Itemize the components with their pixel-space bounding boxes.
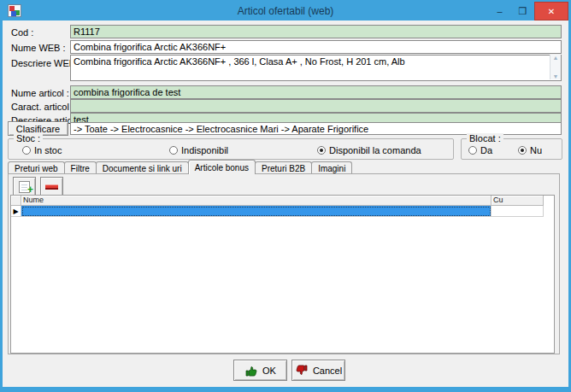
tab-documente-si-link-uri[interactable]: Documente si link uri (96, 161, 189, 174)
app-icon (8, 4, 21, 17)
caract-articol-field[interactable] (70, 99, 562, 113)
ok-label: OK (262, 366, 276, 376)
radio-in-stoc[interactable]: In stoc (22, 145, 62, 155)
cod-label: Cod : (11, 27, 33, 38)
stoc-group-label: Stoc : (14, 133, 43, 143)
radio-disponibil-la-comanda[interactable]: Disponibil la comanda (317, 145, 421, 155)
caract-articol-label: Caract. articol : (11, 102, 74, 112)
tab-articole-bonus[interactable]: Articole bonus (188, 160, 256, 174)
articole-bonus-panel: + Nume Cu ▶ (8, 173, 560, 354)
grid-header-row: Nume Cu (11, 196, 544, 206)
grid-column-nume[interactable]: Nume (21, 196, 492, 206)
radio-circle-icon[interactable] (169, 146, 178, 155)
blocat-group-label: Blocat : (467, 133, 503, 143)
radio-nu[interactable]: Nu (518, 145, 542, 155)
nume-web-field[interactable] (70, 40, 562, 54)
tab-imagini[interactable]: Imagini (311, 161, 352, 174)
window-title: Articol ofertabil (web) (3, 5, 568, 17)
blocat-groupbox: Blocat : Da Nu (461, 138, 562, 160)
grid-column-cu[interactable]: Cu (492, 196, 544, 206)
row-marker-icon: ▶ (11, 206, 21, 217)
radio-circle-icon[interactable] (317, 146, 326, 155)
radio-indisponibil[interactable]: Indisponibil (169, 145, 228, 155)
scroll-up-icon[interactable]: ▲ (553, 55, 559, 61)
add-item-icon: + (19, 181, 30, 193)
bonus-articles-grid[interactable]: Nume Cu ▶ (10, 195, 555, 354)
delete-bonus-article-button[interactable] (40, 177, 63, 196)
grid-cell-cu[interactable] (492, 206, 544, 217)
nume-web-label: Nume WEB : (11, 43, 66, 53)
cancel-button[interactable]: Cancel (291, 360, 345, 381)
grid-cell-nume[interactable] (21, 206, 492, 217)
radio-circle-icon[interactable] (518, 146, 527, 155)
ok-button[interactable]: OK (233, 360, 287, 381)
delete-item-icon (45, 184, 58, 190)
title-bar[interactable]: Articol ofertabil (web) – ❒ ✕ (3, 2, 568, 20)
cancel-label: Cancel (313, 366, 342, 376)
maximize-button[interactable]: ❒ (511, 2, 534, 20)
nume-articol-label: Nume articol : (11, 88, 69, 98)
thumb-down-icon (295, 364, 309, 377)
radio-circle-icon[interactable] (22, 146, 31, 155)
minimize-button[interactable]: – (488, 2, 511, 20)
add-bonus-article-button[interactable]: + (13, 177, 36, 196)
grid-selected-row[interactable]: ▶ (11, 206, 544, 217)
stoc-groupbox: Stoc : In stoc Indisponibil Disponibil l… (8, 138, 454, 160)
thumb-up-icon (244, 364, 258, 377)
radio-circle-icon[interactable] (468, 146, 477, 155)
cod-field[interactable] (70, 25, 562, 38)
tab-bar: Preturi web Filtre Documente si link uri… (8, 160, 351, 174)
descriere-web-field[interactable]: Combina frigorifica Arctic AK366NF+ , 36… (70, 55, 562, 81)
grid-indicator-header (11, 196, 21, 206)
nume-articol-field[interactable] (70, 85, 562, 99)
descriere-web-scrollbar[interactable]: ▲ ▼ (550, 55, 561, 79)
close-button[interactable]: ✕ (534, 2, 568, 20)
dialog-articol-ofertabil: Articol ofertabil (web) – ❒ ✕ Cod : Nume… (0, 0, 571, 392)
tab-filtre[interactable]: Filtre (64, 161, 97, 174)
tab-preturi-web[interactable]: Preturi web (8, 161, 65, 174)
scroll-down-icon[interactable]: ▼ (553, 73, 559, 79)
radio-da[interactable]: Da (468, 145, 492, 155)
tab-preturi-b2b[interactable]: Preturi B2B (255, 161, 312, 174)
